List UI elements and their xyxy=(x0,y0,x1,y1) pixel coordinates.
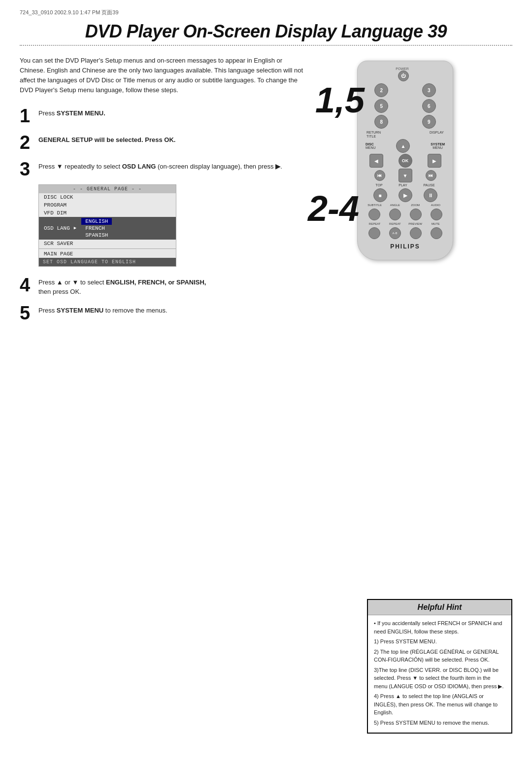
top-label: TOP xyxy=(375,183,382,187)
hint-step-1: 1) Press SYSTEM MENU. xyxy=(374,637,505,646)
page-title: DVD Player On-Screen Display Language 39 xyxy=(20,21,512,42)
menu-item-osd-lang: OSD LANG ▶ ENGLISH FRENCH SPANISH xyxy=(39,217,176,240)
step-4-number: 4 xyxy=(20,275,33,294)
system-label: SYSTEM xyxy=(431,142,445,146)
menu-disc-label: MENU xyxy=(366,146,376,149)
title-label: TITLE xyxy=(366,135,376,138)
step-5-row: 5 Press SYSTEM MENU to remove the menus. xyxy=(20,303,305,322)
step-overlay-top: 1,5 2-4 xyxy=(315,85,365,115)
stop-btn[interactable]: ■ xyxy=(373,188,387,202)
repeat-btn[interactable] xyxy=(368,227,380,239)
step-3-number: 3 xyxy=(20,159,33,178)
page-title-section: DVD Player On-Screen Display Language 39 xyxy=(20,21,512,46)
btn-3[interactable]: 3 xyxy=(422,83,436,97)
hint-title: Helpful Hint xyxy=(368,600,511,615)
hint-step-2: 2) The top line (RÉGLAGE GÉNÉRAL or GENE… xyxy=(374,648,505,664)
hint-content: If you accidentally select FRENCH or SPA… xyxy=(368,615,511,733)
zoom-label: ZOOM xyxy=(405,204,426,207)
step-2-row: 2 GENERAL SETUP will be selected. Press … xyxy=(20,132,305,152)
remote-body: POWER ⏻ 2 3 5 6 8 9 xyxy=(357,61,453,260)
step-2-number: 2 xyxy=(20,132,33,152)
step-3-row: 3 Press ▼ repeatedly to select OSD LANG … xyxy=(20,159,305,178)
step-5-number: 5 xyxy=(20,303,33,322)
helpful-hint-box: Helpful Hint If you accidentally select … xyxy=(367,599,512,734)
big-step-1-5: 1,5 xyxy=(315,85,365,115)
subtitle-label: SUBTITLE xyxy=(365,204,385,207)
hint-step-3: 3)The top line (DISC VERR. or DISC BLOQ.… xyxy=(374,666,505,691)
disc-label: DISC xyxy=(366,142,376,146)
zoom-btn[interactable] xyxy=(410,209,422,220)
power-label: POWER xyxy=(363,67,442,70)
angle-label: ANGLE xyxy=(385,204,405,207)
lang-french: FRENCH xyxy=(81,225,112,232)
menu-system-label: MENU xyxy=(431,146,445,149)
content-area: You can set the DVD Player's Setup menus… xyxy=(0,46,532,322)
subtitle-btn[interactable] xyxy=(368,209,380,220)
hint-step-4: 4) Press ▲ to select the top line (ANGLA… xyxy=(374,692,505,717)
btn-9[interactable]: 9 xyxy=(422,115,436,129)
play-label: PLAY xyxy=(399,183,407,187)
right-btn[interactable]: ▶ xyxy=(428,154,441,168)
repeat-ab-label: REPEAT xyxy=(385,222,405,225)
play-btn[interactable]: ▶ xyxy=(399,188,412,202)
menu-item-main-page: MAIN PAGE xyxy=(39,250,176,258)
big-step-2-4: 2-4 xyxy=(308,194,359,224)
lang-spanish: SPANISH xyxy=(81,232,112,239)
display-label: DISPLAY xyxy=(430,131,444,134)
btn-2[interactable]: 2 xyxy=(374,83,388,97)
prev-btn[interactable]: ⏮ xyxy=(374,170,385,181)
menu-footer: SET OSD LANGUAGE TO ENGLISH xyxy=(39,258,176,266)
menu-header: - - GENERAL PAGE - - xyxy=(39,185,176,193)
right-column: 1,5 2-4 POWER ⏻ 2 3 5 6 xyxy=(315,56,463,322)
hint-bullet: If you accidentally select FRENCH or SPA… xyxy=(374,619,505,635)
bottom-labels-1: SUBTITLE ANGLE ZOOM AUDIO xyxy=(365,204,446,207)
menu-item-scr-saver: SCR SAVER xyxy=(39,240,176,247)
btn-8[interactable]: 8 xyxy=(374,115,388,129)
preview-btn[interactable] xyxy=(410,227,422,239)
audio-btn[interactable] xyxy=(431,209,442,220)
step-2-text: GENERAL SETUP will be selected. Press OK… xyxy=(38,132,175,145)
mute-btn[interactable] xyxy=(431,227,442,239)
audio-label: AUDIO xyxy=(426,204,446,207)
next-btn[interactable]: ⏭ xyxy=(426,170,436,181)
step-4-text: Press ▲ or ▼ to select ENGLISH, FRENCH, … xyxy=(38,275,206,297)
intro-text: You can set the DVD Player's Setup menus… xyxy=(20,56,305,96)
menu-item-vfd-dim: VFD DIM xyxy=(39,209,176,217)
btn-6[interactable]: 6 xyxy=(422,99,436,113)
return-label: RETURN xyxy=(366,131,381,134)
pause-btn[interactable]: ⏸ xyxy=(424,188,437,202)
left-btn[interactable]: ◀ xyxy=(369,154,383,168)
lang-english: ENGLISH xyxy=(81,218,112,225)
menu-item-disc-lock: DISC LOCK xyxy=(39,193,176,201)
pause-label: PAUSE xyxy=(423,183,434,187)
repeat-ab-btn[interactable]: A-B xyxy=(389,227,401,239)
step-4-row: 4 Press ▲ or ▼ to select ENGLISH, FRENCH… xyxy=(20,275,305,297)
step-1-text: Press SYSTEM MENU. xyxy=(38,105,105,118)
menu-screenshot: - - GENERAL PAGE - - DISC LOCK PROGRAM V… xyxy=(38,184,176,267)
menu-item-program: PROGRAM xyxy=(39,201,176,209)
philips-label: PHILIPS xyxy=(363,243,448,250)
step-5-text: Press SYSTEM MENU to remove the menus. xyxy=(38,303,167,316)
step-3-text: Press ▼ repeatedly to select OSD LANG (o… xyxy=(38,159,282,172)
preview-label: PREVIEW xyxy=(405,222,426,225)
mute-label: MUTE xyxy=(426,222,446,225)
steps-container: 1 Press SYSTEM MENU. 2 GENERAL SETUP wil… xyxy=(20,105,305,178)
btn-5[interactable]: 5 xyxy=(374,99,388,113)
steps-lower: 4 Press ▲ or ▼ to select ENGLISH, FRENCH… xyxy=(20,275,305,322)
hint-step-5: 5) Press SYSTEM MENU to remove the menus… xyxy=(374,719,505,727)
angle-btn[interactable] xyxy=(389,209,401,220)
remote-wrapper: 1,5 2-4 POWER ⏻ 2 3 5 6 xyxy=(325,56,453,302)
left-column: You can set the DVD Player's Setup menus… xyxy=(20,56,305,322)
step-1-row: 1 Press SYSTEM MENU. xyxy=(20,105,305,125)
step-1-number: 1 xyxy=(20,105,33,125)
bottom-labels-2: REPEAT REPEAT PREVIEW MUTE xyxy=(365,222,446,225)
meta-text: 724_33_0910 2002.9.10 1:47 PM 页面39 xyxy=(20,9,119,15)
remote-power-section: POWER ⏻ xyxy=(363,67,448,81)
bottom-grid-1 xyxy=(365,209,446,220)
down-btn[interactable]: ▼ xyxy=(399,169,412,182)
bottom-grid-2: A-B xyxy=(365,227,446,239)
ok-btn[interactable]: OK xyxy=(399,154,412,168)
power-button[interactable]: ⏻ xyxy=(398,70,409,81)
up-btn[interactable]: ▲ xyxy=(396,139,410,153)
repeat-label: REPEAT xyxy=(365,222,385,225)
